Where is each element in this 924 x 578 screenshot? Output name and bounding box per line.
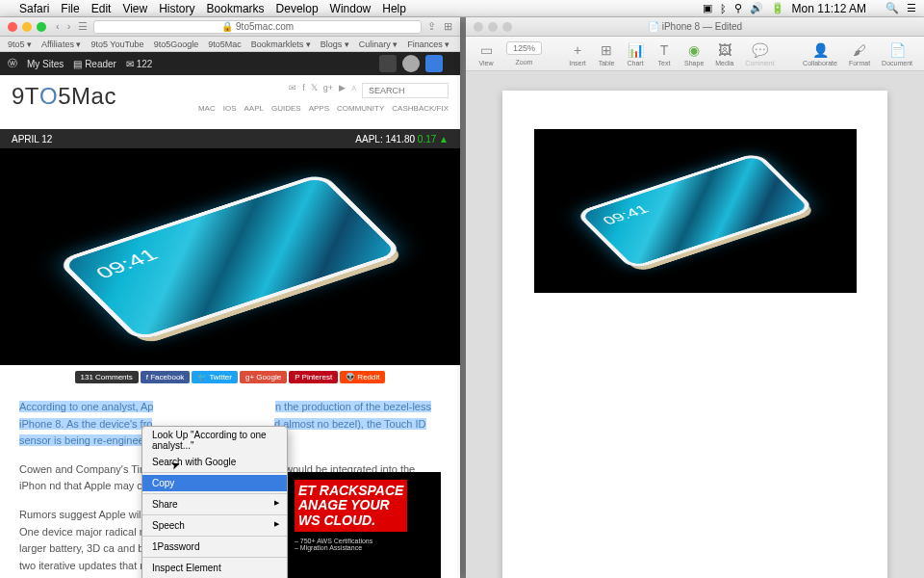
- wp-mysites[interactable]: My Sites: [27, 59, 64, 69]
- sidebar-ad[interactable]: ET RACKSPACEANAGE YOURWS CLOUD. – 750+ A…: [287, 472, 441, 578]
- window-controls: [474, 22, 512, 32]
- fav-item[interactable]: Blogs ▾: [321, 39, 349, 49]
- pages-toolbar: ▭View 125%Zoom +Insert ⊞Table 📊Chart TTe…: [466, 37, 924, 71]
- tool-text[interactable]: TText: [652, 41, 677, 66]
- tool-shape[interactable]: ◉Shape: [680, 41, 707, 66]
- fav-item[interactable]: 9to5Google: [154, 39, 199, 49]
- ctx-lookup[interactable]: Look Up "According to one analyst...": [142, 427, 287, 454]
- fav-item[interactable]: 9to5Mac: [208, 39, 242, 49]
- tool-table[interactable]: ⊞Table: [594, 41, 619, 66]
- wp-notif[interactable]: ✉ 122: [126, 59, 152, 69]
- share-facebook[interactable]: f Facebook: [141, 371, 191, 383]
- battery-icon[interactable]: 🔋: [771, 2, 784, 14]
- volume-icon[interactable]: 🔊: [750, 2, 763, 14]
- media-icon: 🖼: [716, 41, 733, 59]
- tool-format[interactable]: 🖌Format: [845, 41, 874, 66]
- doc-title: 📄 iPhone 8 — Edited: [648, 21, 742, 32]
- menu-help[interactable]: Help: [382, 2, 406, 15]
- share-twitter[interactable]: 🐦 Twitter: [192, 371, 238, 383]
- back-button[interactable]: ‹: [56, 20, 60, 33]
- ctx-copy[interactable]: Copy: [142, 475, 287, 491]
- menu-bookmarks[interactable]: Bookmarks: [207, 2, 265, 15]
- address-bar[interactable]: 🔒 9to5mac.com: [93, 20, 422, 34]
- comments-button[interactable]: 131 Comments: [75, 371, 139, 383]
- menu-history[interactable]: History: [159, 2, 194, 15]
- facebook-icon[interactable]: f: [302, 83, 305, 98]
- tool-view[interactable]: ▭View: [474, 41, 499, 66]
- ctx-inspect[interactable]: Inspect Element: [142, 560, 287, 576]
- rss-icon[interactable]: ⟑: [351, 83, 356, 98]
- fav-item[interactable]: Affiliates ▾: [41, 39, 81, 49]
- wifi-icon[interactable]: ⚲: [734, 2, 742, 14]
- nav-item[interactable]: MAC: [198, 104, 216, 113]
- tool-zoom[interactable]: 125%Zoom: [502, 41, 546, 66]
- nav-item[interactable]: GUIDES: [271, 104, 301, 113]
- tool-comment[interactable]: 💬Comment: [741, 41, 778, 66]
- tool-chart[interactable]: 📊Chart: [623, 41, 648, 66]
- nav-item[interactable]: APPS: [309, 104, 329, 113]
- ctx-1password[interactable]: 1Password: [142, 539, 287, 555]
- fav-item[interactable]: Finances ▾: [407, 39, 449, 49]
- forward-button[interactable]: ›: [67, 20, 71, 33]
- tool-insert[interactable]: +Insert: [565, 41, 590, 66]
- spotlight-icon[interactable]: 🔍: [886, 2, 899, 14]
- share-google[interactable]: g+ Google: [240, 371, 287, 383]
- maximize-button[interactable]: [502, 22, 512, 32]
- bluetooth-icon[interactable]: ᛒ: [720, 3, 727, 14]
- airplay-icon[interactable]: ▣: [703, 2, 712, 14]
- nav-item[interactable]: IOS: [223, 104, 237, 113]
- clock[interactable]: Mon 11:12 AM: [792, 2, 866, 15]
- site-nav: MAC IOS AAPL GUIDES APPS COMMUNITY CASHB…: [198, 104, 449, 113]
- tabs-button[interactable]: ⊞: [444, 20, 452, 33]
- notification-icon[interactable]: ☰: [907, 2, 916, 14]
- ctx-speech[interactable]: Speech: [142, 517, 287, 534]
- shape-icon: ◉: [685, 41, 703, 59]
- menu-develop[interactable]: Develop: [276, 2, 319, 15]
- share-reddit[interactable]: 👽 Reddit: [340, 371, 385, 383]
- minimize-button[interactable]: [22, 22, 32, 32]
- site-logo[interactable]: 9TO5Mac: [12, 83, 116, 110]
- stock-ticker[interactable]: AAPL: 141.80 0.17 ▲: [355, 134, 449, 144]
- pasted-image[interactable]: [534, 129, 857, 293]
- tool-document[interactable]: 📄Document: [878, 41, 916, 66]
- maximize-button[interactable]: [37, 22, 46, 32]
- search-input[interactable]: [362, 83, 449, 98]
- wp-icon[interactable]: [379, 55, 397, 72]
- favorites-bar: 9to5 ▾ Affiliates ▾ 9to5 YouTube 9to5Goo…: [0, 37, 460, 52]
- share-button[interactable]: ⇪: [427, 20, 436, 33]
- mail-icon[interactable]: ✉: [289, 83, 296, 98]
- minimize-button[interactable]: [488, 22, 498, 32]
- tool-media[interactable]: 🖼Media: [711, 41, 737, 66]
- wp-reader[interactable]: ▤ Reader: [73, 59, 116, 69]
- close-button[interactable]: [474, 22, 483, 32]
- tool-collaborate[interactable]: 👤Collaborate: [799, 41, 841, 66]
- menu-view[interactable]: View: [122, 2, 147, 15]
- fav-item[interactable]: 9to5 YouTube: [90, 39, 143, 49]
- menu-edit[interactable]: Edit: [91, 2, 112, 15]
- fav-item[interactable]: Culinary ▾: [359, 39, 398, 49]
- document-page[interactable]: [502, 91, 887, 578]
- ctx-search-google[interactable]: Search with Google: [142, 454, 287, 470]
- ctx-share[interactable]: Share: [142, 496, 287, 512]
- nav-item[interactable]: COMMUNITY: [337, 104, 384, 113]
- format-icon: 🖌: [851, 41, 868, 59]
- nav-item[interactable]: AAPL: [244, 104, 264, 113]
- lock-icon: 🔒: [221, 21, 233, 32]
- youtube-icon[interactable]: ▶: [339, 83, 346, 98]
- fav-item[interactable]: Bookmarklets ▾: [251, 39, 311, 49]
- google-icon[interactable]: g+: [323, 83, 333, 98]
- wp-avatar[interactable]: [402, 55, 420, 72]
- close-button[interactable]: [8, 22, 17, 32]
- nav-item[interactable]: CASHBACK/FIX: [392, 104, 449, 113]
- twitter-icon[interactable]: 𝕏: [311, 83, 318, 98]
- pages-window: 📄 iPhone 8 — Edited ▭View 125%Zoom +Inse…: [466, 17, 924, 578]
- wp-icon[interactable]: [425, 55, 443, 72]
- fav-item[interactable]: 9to5 ▾: [8, 39, 32, 49]
- sidebar-button[interactable]: ☰: [78, 20, 88, 33]
- menu-file[interactable]: File: [61, 2, 79, 15]
- share-pinterest[interactable]: P Pinterest: [289, 371, 338, 383]
- menu-window[interactable]: Window: [330, 2, 372, 15]
- pages-canvas[interactable]: [466, 71, 924, 578]
- wp-logo-icon[interactable]: ⓦ: [8, 57, 17, 70]
- app-name[interactable]: Safari: [19, 2, 49, 15]
